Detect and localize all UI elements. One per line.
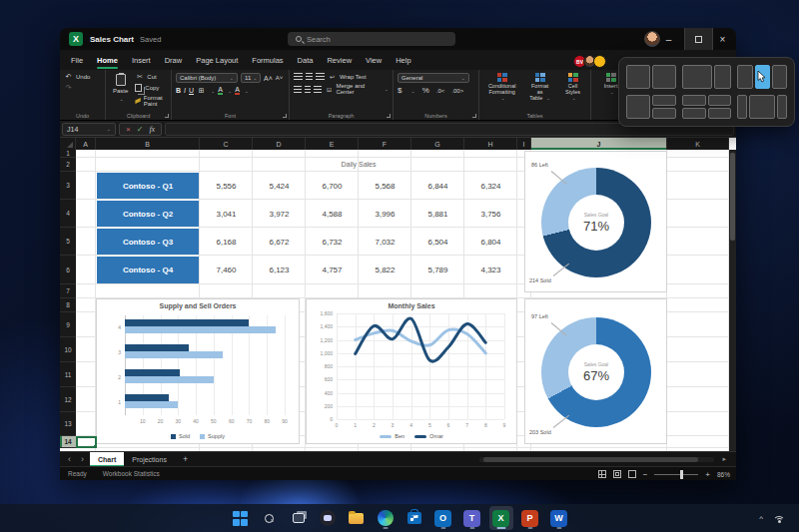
column-header-j[interactable]: J	[531, 138, 667, 150]
snap-zone[interactable]	[652, 108, 676, 119]
table-cell[interactable]: 6,732	[307, 229, 358, 255]
align-top-button[interactable]	[294, 73, 303, 80]
enter-formula-icon[interactable]: ✓	[137, 125, 144, 134]
table-cell[interactable]: 7,032	[360, 229, 410, 255]
number-dialog-launcher[interactable]	[472, 114, 476, 118]
zoom-percentage[interactable]: 86%	[717, 471, 730, 478]
wrap-text-button[interactable]: Wrap Text	[340, 74, 367, 80]
snap-zone[interactable]	[772, 65, 787, 89]
taskbar-outlook[interactable]: O	[431, 506, 455, 530]
snap-zone[interactable]	[682, 95, 706, 106]
tab-page-layout[interactable]: Page Layout	[189, 52, 245, 70]
table-cell[interactable]: 6,672	[254, 229, 305, 255]
row-header-2[interactable]: 2	[60, 158, 76, 172]
percent-button[interactable]: %	[422, 86, 429, 95]
table-cell[interactable]: 5,424	[254, 173, 305, 199]
table-cell[interactable]: 6,168	[201, 229, 252, 255]
column-header-e[interactable]: E	[306, 138, 359, 150]
snap-layout-left-plus-stacked[interactable]	[626, 95, 676, 119]
snap-zone[interactable]	[708, 95, 732, 106]
tab-home[interactable]: Home	[90, 52, 125, 70]
font-dialog-launcher[interactable]	[283, 114, 287, 118]
scroll-right-icon[interactable]: ▸	[722, 455, 726, 463]
search-box[interactable]: Search	[288, 32, 455, 46]
presence-avatar-3[interactable]	[593, 55, 606, 68]
zoom-in-button[interactable]: +	[705, 470, 710, 479]
table-cell[interactable]: 7,460	[201, 257, 252, 283]
snap-zone[interactable]	[682, 108, 706, 119]
add-sheet-button[interactable]: +	[177, 454, 194, 464]
italic-button[interactable]: I	[184, 87, 186, 94]
column-header-d[interactable]: D	[253, 138, 306, 150]
column-header-f[interactable]: F	[359, 138, 411, 150]
table-cell[interactable]: 5,881	[412, 201, 463, 227]
snap-zone[interactable]	[652, 95, 676, 106]
align-bottom-button[interactable]	[316, 73, 325, 80]
name-box[interactable]: J14⌄	[62, 123, 116, 136]
close-button[interactable]: ×	[709, 28, 736, 50]
table-cell[interactable]: 6,844	[412, 173, 463, 199]
column-header-k[interactable]: K	[667, 138, 729, 150]
snap-zone[interactable]	[749, 95, 775, 119]
currency-button[interactable]: $	[398, 86, 401, 95]
row-header-6[interactable]: 6	[60, 256, 76, 284]
row-header-5[interactable]: 5	[60, 228, 76, 256]
sheet-nav-right-icon[interactable]: ›	[77, 454, 88, 464]
underline-button[interactable]: U	[189, 87, 194, 94]
borders-button[interactable]: ⊞	[197, 87, 206, 95]
table-cell[interactable]: 3,756	[465, 201, 516, 227]
snap-zone[interactable]	[626, 95, 650, 119]
conditional-formatting-button[interactable]: ConditionalFormatting ⌄	[483, 73, 520, 110]
row-header-3[interactable]: 3	[60, 172, 76, 200]
row-header-13[interactable]: 13	[60, 412, 76, 436]
tab-help[interactable]: Help	[389, 52, 417, 70]
snap-layout-center-stage[interactable]	[737, 95, 787, 119]
active-cell[interactable]	[76, 436, 97, 448]
snap-layout-two-equal[interactable]	[626, 65, 676, 89]
sheet-tab-chart[interactable]: Chart	[90, 452, 124, 467]
snap-layout-wide-left[interactable]	[682, 65, 732, 89]
format-as-table-button[interactable]: Format asTable ⌄	[525, 73, 554, 110]
sheet-tab-projections[interactable]: Projections	[124, 452, 175, 467]
taskbar-start[interactable]	[229, 506, 253, 530]
copy-button[interactable]: Copy	[135, 84, 167, 92]
row-header-4[interactable]: 4	[60, 200, 76, 228]
row-header-7[interactable]: 7	[60, 284, 76, 298]
tab-formulas[interactable]: Formulas	[245, 52, 290, 70]
snap-zone[interactable]	[737, 65, 752, 89]
font-name-combo[interactable]: Calibri (Body)⌄	[176, 73, 238, 83]
decrease-decimal-button[interactable]: .00˃	[451, 88, 463, 94]
column-header-a[interactable]: A	[76, 138, 96, 150]
horizontal-scrollbar[interactable]	[479, 457, 714, 462]
zoom-slider-thumb[interactable]	[680, 470, 683, 479]
align-left-button[interactable]	[294, 86, 302, 93]
align-right-button[interactable]	[314, 86, 322, 93]
row-header-10[interactable]: 10	[60, 337, 76, 362]
row-header-9[interactable]: 9	[60, 312, 76, 337]
snap-zone[interactable]	[777, 95, 787, 119]
row-header-11[interactable]: 11	[60, 362, 76, 387]
taskbar-powerpoint[interactable]: P	[518, 506, 542, 530]
zoom-slider[interactable]	[654, 474, 698, 475]
snap-zone[interactable]	[737, 95, 747, 119]
snap-layout-quad[interactable]	[682, 95, 732, 119]
row-header-1[interactable]: 1	[60, 150, 76, 158]
taskbar-edge[interactable]	[374, 506, 398, 530]
column-header-b[interactable]: B	[96, 138, 200, 150]
vertical-scrollbar[interactable]	[729, 150, 736, 451]
table-cell[interactable]: 6,504	[412, 229, 463, 255]
bold-button[interactable]: B	[176, 87, 181, 94]
snap-zone[interactable]	[682, 65, 712, 89]
taskbar-store[interactable]	[402, 506, 426, 530]
tab-draw[interactable]: Draw	[158, 52, 190, 70]
tab-insert[interactable]: Insert	[125, 52, 158, 70]
taskbar-teams[interactable]: T	[460, 506, 484, 530]
tab-review[interactable]: Review	[320, 52, 359, 70]
maximize-button[interactable]	[685, 28, 712, 50]
select-all-corner[interactable]	[60, 138, 76, 150]
table-cell[interactable]: 6,804	[465, 229, 516, 255]
column-header-c[interactable]: C	[200, 138, 253, 150]
number-format-combo[interactable]: General⌄	[398, 73, 469, 83]
insert-function-icon[interactable]: fx	[149, 125, 155, 134]
taskbar-word[interactable]: W	[547, 506, 571, 530]
